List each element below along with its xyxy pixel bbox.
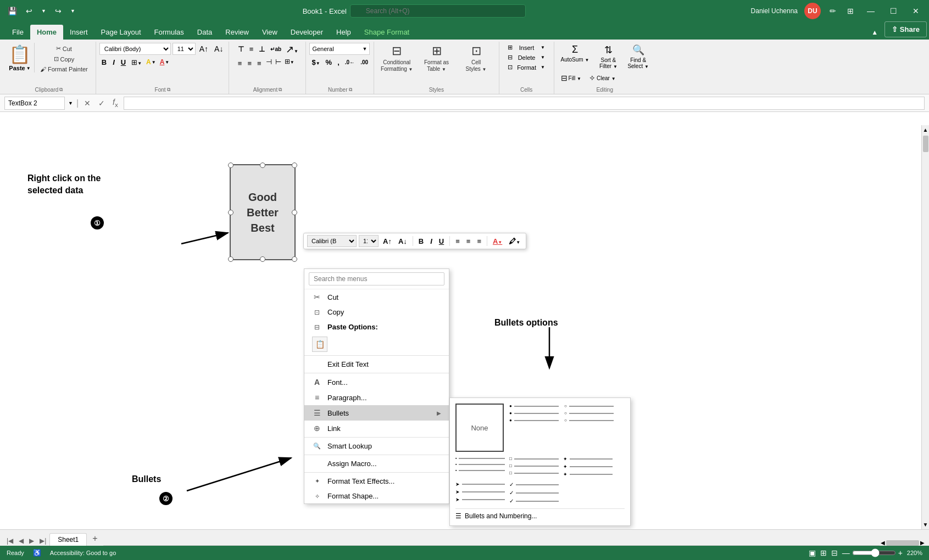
cm-exit-edit-item[interactable]: Exit Edit Text xyxy=(304,357,449,372)
number-expander[interactable]: ⧉ xyxy=(349,87,352,93)
paste-button[interactable]: 📋 Paste▼ xyxy=(5,43,35,72)
ft-left-align-btn[interactable]: ≡ xyxy=(453,237,462,246)
search-input[interactable] xyxy=(350,4,526,18)
tab-home[interactable]: Home xyxy=(30,25,63,40)
bullets-numbering-footer[interactable]: ☰ Bullets and Numbering... xyxy=(455,508,625,520)
close-btn[interactable]: ✕ xyxy=(908,7,924,15)
sheet-next-btn[interactable]: ▶ xyxy=(27,536,36,546)
handle-bm[interactable] xyxy=(260,256,265,262)
ft-increase-btn[interactable]: A↑ xyxy=(381,237,394,246)
conditional-formatting-btn[interactable]: ⊟ ConditionalFormatting ▼ xyxy=(377,43,416,74)
handle-ml[interactable] xyxy=(228,210,233,215)
redo-icon[interactable]: ↪ xyxy=(53,5,64,16)
increase-decimal-btn[interactable]: .00 xyxy=(358,56,370,68)
angle-text[interactable]: ↗▼ xyxy=(285,43,299,56)
font-size-select[interactable]: 11 xyxy=(173,43,196,55)
cm-paragraph-item[interactable]: ≡ Paragraph... xyxy=(304,390,449,405)
insert-function-btn[interactable]: fx xyxy=(110,98,120,108)
handle-br[interactable] xyxy=(292,256,297,262)
pen-icon[interactable]: ✏ xyxy=(827,5,838,16)
comma-btn[interactable]: , xyxy=(335,56,342,68)
right-align-btn[interactable]: ≡ xyxy=(255,57,264,69)
left-align-btn[interactable]: ≡ xyxy=(236,57,244,69)
ft-highlight-btn[interactable]: 🖍▼ xyxy=(507,237,522,246)
insert-btn[interactable]: ⊞ Insert ▼ xyxy=(504,43,548,52)
sheet-last-btn[interactable]: ▶| xyxy=(37,536,48,546)
save-icon[interactable]: 💾 xyxy=(5,5,19,16)
tab-file[interactable]: File xyxy=(5,25,30,40)
merge-btn[interactable]: ⊞▼ xyxy=(283,57,296,69)
paste-option-btn[interactable]: 📋 xyxy=(312,337,327,352)
maximize-btn[interactable]: ☐ xyxy=(886,7,902,15)
top-align-btn[interactable]: ⊤ xyxy=(236,43,246,55)
formula-input[interactable] xyxy=(124,97,925,110)
sheet-first-btn[interactable]: |◀ xyxy=(4,536,15,546)
tab-shape-format[interactable]: Shape Format xyxy=(358,25,416,40)
ft-decrease-btn[interactable]: A↓ xyxy=(396,237,409,246)
font-expander[interactable]: ⧉ xyxy=(167,87,170,93)
cut-button[interactable]: ✂ Cut xyxy=(38,44,90,53)
tab-formulas[interactable]: Formulas xyxy=(148,25,191,40)
cm-bullets-item[interactable]: ☰ Bullets ▶ xyxy=(304,405,449,421)
vertical-scrollbar[interactable]: ▲ ▼ xyxy=(921,125,929,529)
cancel-formula-btn[interactable]: ✕ xyxy=(82,99,93,108)
share-btn[interactable]: ⇧ Share xyxy=(885,21,927,37)
cm-copy-item[interactable]: ⊡ Copy xyxy=(304,305,449,320)
wrap-text-btn[interactable]: ↵ab xyxy=(268,43,283,55)
hscroll-right-btn[interactable]: ▶ xyxy=(920,540,925,546)
center-align-btn[interactable]: ≡ xyxy=(245,57,254,69)
name-box-dropdown[interactable]: ▼ xyxy=(68,100,73,106)
hscroll-left-btn[interactable]: ◀ xyxy=(881,540,885,546)
undo-icon[interactable]: ↩ xyxy=(24,5,35,16)
fill-color-btn[interactable]: A ▼ xyxy=(145,58,157,66)
ft-center-align-btn[interactable]: ≡ xyxy=(464,237,473,246)
bottom-align-btn[interactable]: ⊥ xyxy=(257,43,267,55)
tab-data[interactable]: Data xyxy=(191,25,219,40)
font-family-select[interactable]: Calibri (Body) xyxy=(99,43,171,55)
cell-styles-btn[interactable]: ⊡ CellStyles ▼ xyxy=(457,43,496,74)
handle-tl[interactable] xyxy=(228,163,233,168)
underline-btn[interactable]: U xyxy=(119,56,128,68)
scroll-thumb[interactable] xyxy=(923,136,928,152)
cm-cut-item[interactable]: ✂ Cut xyxy=(304,289,449,305)
avatar[interactable]: DU xyxy=(804,3,821,19)
scroll-up-btn[interactable]: ▲ xyxy=(923,125,928,135)
italic-btn[interactable]: I xyxy=(110,56,117,68)
ft-underline-btn[interactable]: U xyxy=(437,237,446,246)
number-format-select[interactable]: General ▼ xyxy=(309,43,370,55)
cm-font-item[interactable]: A Font... xyxy=(304,374,449,390)
sort-filter-btn[interactable]: ⇅ Sort &Filter ▼ xyxy=(594,43,622,70)
font-increase-btn[interactable]: A↑ xyxy=(197,43,210,55)
handle-bl[interactable] xyxy=(228,256,233,262)
bold-btn[interactable]: B xyxy=(99,56,109,68)
cm-assign-macro-item[interactable]: Assign Macro... xyxy=(304,456,449,471)
tab-developer[interactable]: Developer xyxy=(284,25,330,40)
ft-right-align-btn[interactable]: ≡ xyxy=(475,237,483,246)
copy-button[interactable]: ⊡ Copy xyxy=(38,54,90,64)
none-btn[interactable]: None xyxy=(455,404,504,452)
font-color-btn[interactable]: A ▼ xyxy=(159,58,171,66)
clear-btn[interactable]: ✧ Clear ▼ xyxy=(586,72,619,83)
tab-view[interactable]: View xyxy=(255,25,284,40)
tab-help[interactable]: Help xyxy=(330,25,358,40)
name-box[interactable] xyxy=(4,97,65,110)
sheet-tab-sheet1[interactable]: Sheet1 xyxy=(49,533,87,546)
ft-font-select[interactable]: Calibri (B xyxy=(307,235,357,247)
handle-tm[interactable] xyxy=(260,163,265,168)
fill-btn[interactable]: ⊟ Fill ▼ xyxy=(558,72,585,83)
zoom-range-input[interactable] xyxy=(852,548,896,557)
minimize-btn[interactable]: — xyxy=(863,7,879,15)
format-painter-button[interactable]: 🖌 Format Painter xyxy=(38,65,90,74)
view-normal-btn[interactable]: ▣ xyxy=(809,548,816,557)
ft-italic-btn[interactable]: I xyxy=(428,237,435,246)
font-decrease-btn[interactable]: A↓ xyxy=(212,43,225,55)
undo-dropdown[interactable]: ▼ xyxy=(39,7,48,15)
customize-qat[interactable]: ▼ xyxy=(68,7,77,15)
hscroll-thumb[interactable] xyxy=(886,540,919,546)
cm-smart-lookup-item[interactable]: 🔍 Smart Lookup xyxy=(304,439,449,453)
indent-increase-btn[interactable]: ⊢ xyxy=(274,57,282,69)
decrease-decimal-btn[interactable]: .0← xyxy=(343,56,357,68)
percent-btn[interactable]: % xyxy=(324,56,335,68)
add-sheet-btn[interactable]: + xyxy=(88,531,102,546)
ft-bold-btn[interactable]: B xyxy=(416,237,426,246)
